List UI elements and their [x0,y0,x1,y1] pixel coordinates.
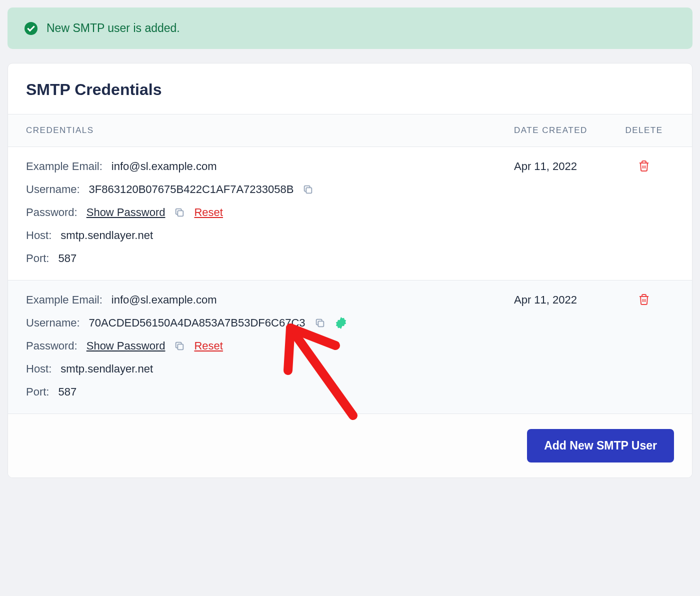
svg-rect-3 [178,344,184,350]
credentials-block: Example Email: info@sl.example.com Usern… [26,160,514,265]
table-header-row: CREDENTIALS DATE CREATED DELETE [8,114,692,147]
email-value: info@sl.example.com [112,160,217,173]
credentials-row: Example Email: info@sl.example.com Usern… [8,280,692,414]
th-date-created: DATE CREATED [514,126,614,136]
host-value: smtp.sendlayer.net [60,229,153,242]
port-label: Port: [26,252,49,265]
show-password-link[interactable]: Show Password [86,206,166,219]
port-value: 587 [58,386,76,398]
username-value: 3F863120B07675B422C1AF7A7233058B [89,183,294,196]
card-header: SMTP Credentials [8,64,692,114]
credentials-row: Example Email: info@sl.example.com Usern… [8,147,692,280]
host-label: Host: [26,229,52,242]
username-label: Username: [26,183,80,196]
copy-icon[interactable] [174,340,185,352]
email-label: Example Email: [26,160,102,173]
th-delete: DELETE [614,126,674,136]
check-circle-icon [24,22,38,35]
show-password-link[interactable]: Show Password [86,340,166,352]
port-value: 587 [58,252,76,265]
email-label: Example Email: [26,294,102,306]
password-label: Password: [26,206,78,219]
email-value: info@sl.example.com [112,294,217,306]
username-label: Username: [26,316,80,330]
success-alert: New SMTP user is added. [8,8,692,49]
smtp-credentials-card: SMTP Credentials CREDENTIALS DATE CREATE… [8,63,692,478]
credentials-block: Example Email: info@sl.example.com Usern… [26,294,514,398]
port-label: Port: [26,386,49,398]
trash-icon[interactable] [638,294,650,306]
card-title: SMTP Credentials [26,80,674,99]
password-label: Password: [26,340,78,352]
copy-icon[interactable] [302,184,314,195]
card-footer: Add New SMTP User [8,414,692,478]
copy-icon[interactable] [314,318,326,328]
reset-password-link[interactable]: Reset [194,206,222,219]
host-value: smtp.sendlayer.net [60,362,153,376]
trash-icon[interactable] [638,160,650,172]
reset-password-link[interactable]: Reset [194,340,222,352]
th-credentials: CREDENTIALS [26,126,514,136]
svg-rect-1 [178,210,184,216]
svg-rect-0 [306,188,312,193]
add-new-smtp-user-button[interactable]: Add New SMTP User [527,429,674,462]
alert-message: New SMTP user is added. [46,22,180,35]
username-value: 70ACDED56150A4DA853A7B53DF6C67C3 [89,316,306,330]
new-badge-icon [334,316,348,330]
date-created-value: Apr 11, 2022 [514,294,614,306]
host-label: Host: [26,362,52,376]
copy-icon[interactable] [174,207,185,218]
svg-rect-2 [318,321,324,326]
date-created-value: Apr 11, 2022 [514,160,614,173]
